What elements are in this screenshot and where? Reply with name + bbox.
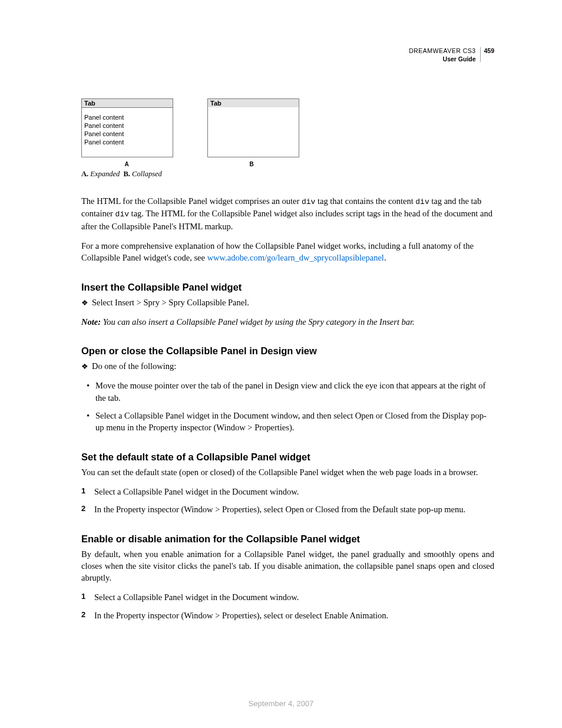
heading-animation: Enable or disable animation for the Coll…	[81, 533, 494, 545]
heading-default-state: Set the default state of a Collapsible P…	[81, 452, 494, 463]
heading-insert: Insert the Collapsible Panel widget	[81, 282, 494, 293]
heading-open-close: Open or close the Collapsible Panel in D…	[81, 345, 494, 357]
panel-collapsed: Tab	[207, 98, 299, 157]
intro-paragraph-1: The HTML for the Collapsible Panel widge…	[81, 195, 494, 232]
page-number: 459	[484, 47, 494, 54]
open-bullet-1: Move the mouse pointer over the tab of t…	[90, 380, 494, 404]
panel-content-line: Panel content	[84, 130, 170, 139]
default-step-1: Select a Collapsible Panel widget in the…	[81, 486, 494, 498]
panel-content-line: Panel content	[84, 139, 170, 147]
panel-content-line: Panel content	[84, 122, 170, 130]
guide-label: User Guide	[443, 55, 476, 62]
insert-step: ❖Select Insert > Spry > Spry Collapsible…	[81, 297, 494, 308]
default-lead: You can set the default state (open or c…	[81, 466, 494, 478]
figure-panels: Tab Panel content Panel content Panel co…	[81, 98, 494, 157]
panel-tab-b: Tab	[208, 99, 299, 107]
product-name: DREAMWEAVER CS3	[409, 47, 476, 54]
insert-note: Note: You can also insert a Collapsible …	[81, 316, 494, 328]
figure-caption: A. Expanded B. Collapsed	[81, 170, 494, 179]
figure-label-a: A	[81, 161, 172, 167]
footer-date: September 4, 2007	[0, 699, 562, 708]
open-lead: ❖Do one of the following:	[81, 360, 494, 372]
page-header: DREAMWEAVER CS3 User Guide 459	[81, 47, 494, 63]
spry-docs-link[interactable]: www.adobe.com/go/learn_dw_sprycollapsibl…	[207, 253, 384, 262]
intro-paragraph-2: For a more comprehensive explanation of …	[81, 240, 494, 264]
anim-step-1: Select a Collapsible Panel widget in the…	[81, 591, 494, 603]
anim-step-2: In the Property inspector (Window > Prop…	[81, 610, 494, 621]
open-bullet-2: Select a Collapsible Panel widget in the…	[90, 410, 494, 434]
panel-expanded: Tab Panel content Panel content Panel co…	[81, 98, 173, 157]
anim-lead: By default, when you enable animation fo…	[81, 548, 494, 584]
panel-content-line: Panel content	[84, 114, 170, 122]
panel-tab-a: Tab	[82, 99, 173, 108]
figure-label-b: B	[206, 161, 297, 167]
default-step-2: In the Property inspector (Window > Prop…	[81, 503, 494, 515]
